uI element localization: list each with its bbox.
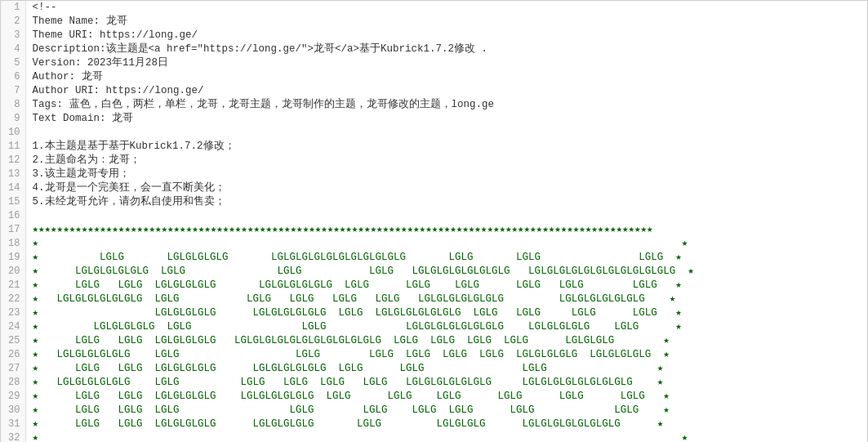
line-number: 22 [1, 292, 25, 306]
line-content: ★ LGLG LGLG LGLGLGLGLG LGLGLGLGLGLG LGLG… [25, 390, 867, 404]
line-number: 7 [1, 84, 25, 98]
line-number: 18 [1, 237, 25, 251]
line-content: Author: 龙哥 [25, 70, 867, 84]
editor-container: 1<!--2Theme Name: 龙哥3Theme URI: https://… [0, 0, 868, 442]
line-number: 8 [1, 98, 25, 112]
line-number: 17 [1, 223, 25, 237]
line-content: ★ LGLG LGLG LGLGLGLGLG LGLGLGLGLG LGLG L… [25, 417, 867, 431]
line-content: 4.龙哥是一个完美狂，会一直不断美化； [25, 181, 867, 195]
line-number: 30 [1, 404, 25, 417]
line-number: 13 [1, 167, 25, 181]
line-number: 11 [1, 140, 25, 154]
line-row: 10 [1, 126, 867, 140]
line-number: 28 [1, 376, 25, 390]
line-row: 122.主题命名为：龙哥； [1, 154, 867, 167]
line-number: 16 [1, 209, 25, 223]
line-content: ★ LGLGLGLGLG LGLGLGLGLGLG LGLG LGLGLGLGL… [25, 306, 867, 320]
line-number: 1 [1, 1, 25, 15]
line-content: Theme URI: https://long.ge/ [25, 29, 867, 42]
line-row: 111.本主题是基于基于Kubrick1.7.2修改； [1, 140, 867, 154]
line-row: 19★ LGLG LGLGLGLGLG LGLGLGLGLGLGLGLGLGLG… [1, 251, 867, 265]
line-content: Author URI: https://long.ge/ [25, 84, 867, 98]
line-number: 24 [1, 320, 25, 334]
line-content: Version: 2023年11月28日 [25, 56, 867, 70]
line-row: 26★ LGLGLGLGLGLG LGLG LGLG LGLG LGLG LGL… [1, 348, 867, 362]
line-content: ★ LGLGLGLGLG LGLG LGLG LGLGLGLGLGLGLGLG … [25, 320, 867, 334]
line-row: 16 [1, 209, 867, 223]
line-content: ★ LGLG LGLG LGLGLGLGLG LGLGLGLGLGLG LGLG… [25, 362, 867, 376]
line-row: 8Tags: 蓝色，白色，两栏，单栏，龙哥，龙哥主题，龙哥制作的主题，龙哥修改的… [1, 98, 867, 112]
line-row: 31★ LGLG LGLG LGLGLGLGLG LGLGLGLGLG LGLG… [1, 417, 867, 431]
line-row: 17★★★★★★★★★★★★★★★★★★★★★★★★★★★★★★★★★★★★★★… [1, 223, 867, 237]
line-row: 23★ LGLGLGLGLG LGLGLGLGLGLG LGLG LGLGLGL… [1, 306, 867, 320]
line-row: 25★ LGLG LGLG LGLGLGLGLG LGLGLGLGLGLGLGL… [1, 334, 867, 348]
line-row: 155.未经龙哥允许，请勿私自使用和售卖； [1, 195, 867, 209]
line-content: ★ LGLG LGLG LGLGLGLGLG LGLGLGLGLGLG LGLG… [25, 279, 867, 292]
line-content: ★ LGLGLGLGLGLG LGLG LGLG LGLG LGLG LGLG … [25, 376, 867, 390]
line-content: 1.本主题是基于基于Kubrick1.7.2修改； [25, 140, 867, 154]
line-content: Text Domain: 龙哥 [25, 112, 867, 126]
line-content: ★ LGLGLGLGLGLG LGLG LGLG LGLG LGLG LGLG … [25, 348, 867, 362]
line-content [25, 126, 867, 140]
line-row: 27★ LGLG LGLG LGLGLGLGLG LGLGLGLGLGLG LG… [1, 362, 867, 376]
line-content [25, 209, 867, 223]
line-row: 1<!-- [1, 1, 867, 15]
line-row: 21★ LGLG LGLG LGLGLGLGLG LGLGLGLGLGLG LG… [1, 279, 867, 292]
line-number: 4 [1, 42, 25, 56]
line-number: 21 [1, 279, 25, 292]
line-content: Description:该主题是<a href="https://long.ge… [25, 42, 867, 56]
line-row: 18★ ★ [1, 237, 867, 251]
line-row: 2Theme Name: 龙哥 [1, 15, 867, 29]
line-row: 4Description:该主题是<a href="https://long.g… [1, 42, 867, 56]
line-content: 5.未经龙哥允许，请勿私自使用和售卖； [25, 195, 867, 209]
line-content: ★★★★★★★★★★★★★★★★★★★★★★★★★★★★★★★★★★★★★★★★… [25, 223, 867, 237]
line-number: 29 [1, 390, 25, 404]
line-content: ★ LGLG LGLGLGLGLG LGLGLGLGLGLGLGLGLGLGLG… [25, 251, 867, 265]
line-number: 12 [1, 154, 25, 167]
line-number: 27 [1, 362, 25, 376]
line-content: ★ LGLGLGLGLGLG LGLG LGLG LGLG LGLGLGLGLG… [25, 265, 867, 279]
line-row: 30★ LGLG LGLG LGLG LGLG LGLG LGLG LGLG L… [1, 404, 867, 417]
line-content: Theme Name: 龙哥 [25, 15, 867, 29]
line-row: 133.该主题龙哥专用； [1, 167, 867, 181]
line-content: ★ LGLG LGLG LGLG LGLG LGLG LGLG LGLG LGL… [25, 404, 867, 417]
line-number: 14 [1, 181, 25, 195]
line-number: 6 [1, 70, 25, 84]
line-row: 144.龙哥是一个完美狂，会一直不断美化； [1, 181, 867, 195]
line-number: 3 [1, 29, 25, 42]
line-number: 5 [1, 56, 25, 70]
code-editor: 1<!--2Theme Name: 龙哥3Theme URI: https://… [1, 1, 867, 442]
line-number: 31 [1, 417, 25, 431]
line-row: 24★ LGLGLGLGLG LGLG LGLG LGLGLGLGLGLGLGL… [1, 320, 867, 334]
line-number: 32 [1, 431, 25, 442]
line-row: 3Theme URI: https://long.ge/ [1, 29, 867, 42]
line-content: 3.该主题龙哥专用； [25, 167, 867, 181]
line-row: 28★ LGLGLGLGLGLG LGLG LGLG LGLG LGLG LGL… [1, 376, 867, 390]
line-row: 9Text Domain: 龙哥 [1, 112, 867, 126]
line-content: ★ ★ [25, 237, 867, 251]
line-number: 25 [1, 334, 25, 348]
line-number: 20 [1, 265, 25, 279]
line-number: 19 [1, 251, 25, 265]
line-row: 29★ LGLG LGLG LGLGLGLGLG LGLGLGLGLGLG LG… [1, 390, 867, 404]
line-row: 7Author URI: https://long.ge/ [1, 84, 867, 98]
line-number: 23 [1, 306, 25, 320]
line-row: 6Author: 龙哥 [1, 70, 867, 84]
line-content: 2.主题命名为：龙哥； [25, 154, 867, 167]
line-number: 10 [1, 126, 25, 140]
line-content: <!-- [25, 1, 867, 15]
line-content: ★ LGLGLGLGLGLGLG LGLG LGLG LGLG LGLG LGL… [25, 292, 867, 306]
line-content: Tags: 蓝色，白色，两栏，单栏，龙哥，龙哥主题，龙哥制作的主题，龙哥修改的主… [25, 98, 867, 112]
line-row: 20★ LGLGLGLGLGLG LGLG LGLG LGLG LGLGLGLG… [1, 265, 867, 279]
line-row: 22★ LGLGLGLGLGLGLG LGLG LGLG LGLG LGLG L… [1, 292, 867, 306]
line-number: 15 [1, 195, 25, 209]
line-number: 26 [1, 348, 25, 362]
line-content: ★ ★ [25, 431, 867, 442]
line-number: 2 [1, 15, 25, 29]
line-content: ★ LGLG LGLG LGLGLGLGLG LGLGLGLGLGLGLGLGL… [25, 334, 867, 348]
line-row: 32★ ★ [1, 431, 867, 442]
line-number: 9 [1, 112, 25, 126]
line-row: 5Version: 2023年11月28日 [1, 56, 867, 70]
